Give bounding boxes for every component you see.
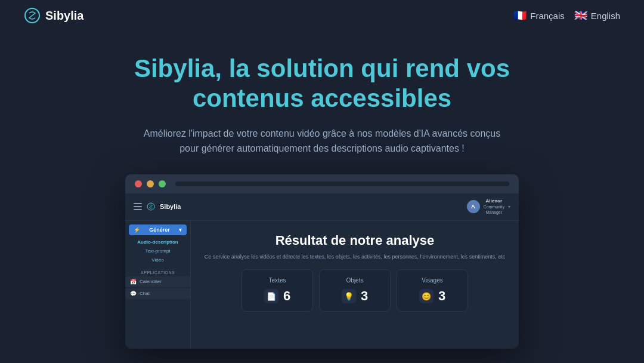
sidebar-generate-section: ⚡ Générer ▾ Audio-description Text-promp…	[125, 221, 190, 267]
visages-icon: 😊	[419, 289, 434, 303]
lang-switcher: 🇫🇷 Français 🇬🇧 English	[513, 9, 620, 22]
window-titlebar	[125, 174, 519, 193]
generate-icon: ⚡	[134, 227, 140, 233]
generate-label: Générer	[149, 227, 170, 233]
sidebar-video[interactable]: Vidéo	[129, 256, 187, 264]
sidebar-apps-label: APPLICATIONS	[125, 267, 190, 276]
hero-section: Sibylia, la solution qui rend vos conten…	[0, 0, 644, 349]
titlebar-url-bar	[175, 182, 509, 186]
app-sidebar: ⚡ Générer ▾ Audio-description Text-promp…	[125, 221, 191, 349]
sidebar-audio-description[interactable]: Audio-description	[129, 238, 187, 247]
result-title: Résultat de notre analyse	[203, 233, 507, 248]
generate-button[interactable]: ⚡ Générer ▾	[129, 224, 187, 235]
objets-count: 3	[361, 288, 368, 304]
logo-text: Sibylia	[45, 9, 83, 23]
card-textes-label: Textes	[252, 277, 303, 284]
lang-fr-label: Français	[530, 11, 565, 21]
visages-count: 3	[438, 288, 445, 304]
textes-count: 6	[283, 288, 290, 304]
card-objets-content: 💡 3	[329, 288, 380, 304]
calendar-icon: 📅	[130, 279, 137, 285]
card-visages-content: 😊 3	[407, 288, 458, 304]
app-screenshot-window: Sibylia A Alienor Community Manager ▾	[125, 174, 519, 349]
window-maximize-dot	[159, 180, 166, 187]
hamburger-icon[interactable]	[134, 203, 142, 210]
sidebar-app-calendrier-label: Calendrier	[140, 279, 162, 284]
main-content-area: Résultat de notre analyse Ce service ana…	[191, 221, 519, 349]
user-avatar: A	[467, 200, 480, 213]
user-info: Alienor Community Manager	[484, 198, 504, 216]
result-subtitle: Ce service analyse les vidéos et détecte…	[203, 253, 507, 262]
lang-en-button[interactable]: 🇬🇧 English	[574, 9, 620, 22]
inner-logo-icon	[147, 202, 155, 211]
card-visages: Visages 😊 3	[397, 269, 468, 312]
card-textes-content: 📄 6	[252, 288, 303, 304]
sidebar-app-chat[interactable]: 💬 Chat	[125, 288, 190, 299]
inner-logo-text: Sibylia	[160, 203, 181, 210]
window-minimize-dot	[147, 180, 154, 187]
inner-header: Sibylia A Alienor Community Manager ▾	[125, 193, 519, 221]
user-role2: Manager	[484, 210, 504, 215]
objets-icon: 💡	[342, 289, 356, 303]
generate-dropdown-icon: ▾	[179, 227, 182, 233]
lang-fr-button[interactable]: 🇫🇷 Français	[513, 9, 565, 22]
card-objets: Objets 💡 3	[319, 269, 391, 312]
hero-title: Sibylia, la solution qui rend vos conten…	[113, 54, 531, 114]
lang-en-label: English	[591, 11, 620, 21]
inner-body: ⚡ Générer ▾ Audio-description Text-promp…	[125, 221, 519, 349]
card-textes: Textes 📄 6	[242, 269, 313, 312]
card-visages-label: Visages	[407, 277, 458, 284]
sidebar-app-chat-label: Chat	[140, 291, 150, 296]
user-name: Alienor	[484, 198, 504, 204]
sibylia-logo-icon	[24, 7, 41, 24]
card-objets-label: Objets	[329, 277, 380, 284]
hero-subtitle: Améliorez l'impact de votre contenu vidé…	[143, 126, 501, 156]
inner-header-left: Sibylia	[134, 202, 181, 211]
chat-icon: 💬	[130, 291, 137, 297]
sidebar-text-prompt[interactable]: Text-prompt	[129, 247, 187, 256]
page-header: Sibylia 🇫🇷 Français 🇬🇧 English	[0, 0, 644, 31]
sidebar-app-calendrier[interactable]: 📅 Calendrier	[125, 276, 190, 287]
user-dropdown-arrow-icon[interactable]: ▾	[508, 204, 510, 210]
inner-header-right: A Alienor Community Manager ▾	[467, 198, 510, 216]
result-cards-row: Textes 📄 6 Objets 💡 3	[203, 269, 507, 312]
inner-window: Sibylia A Alienor Community Manager ▾	[125, 193, 519, 349]
fr-flag-icon: 🇫🇷	[513, 9, 527, 22]
window-close-dot	[135, 180, 142, 187]
en-flag-icon: 🇬🇧	[574, 9, 587, 22]
logo-area: Sibylia	[24, 7, 83, 24]
user-role: Community	[484, 204, 504, 210]
textes-icon: 📄	[264, 289, 278, 303]
